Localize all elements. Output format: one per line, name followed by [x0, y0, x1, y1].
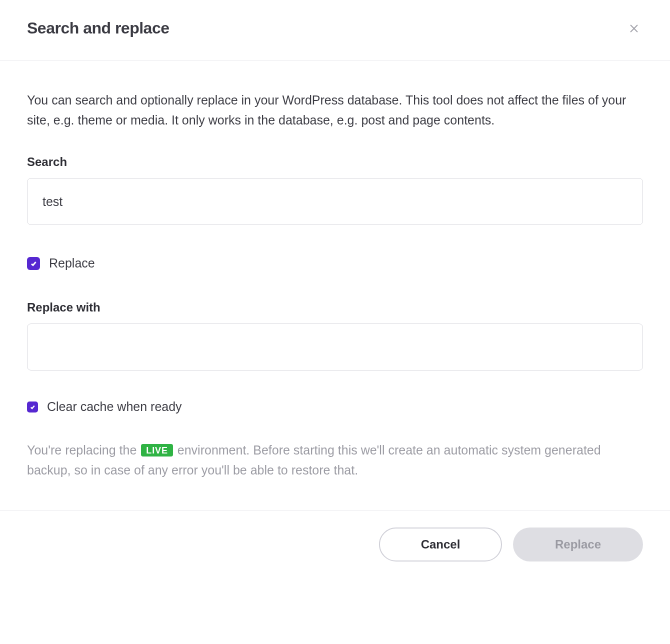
check-icon: [30, 260, 36, 266]
replace-checkbox-label: Replace: [49, 256, 95, 270]
search-label: Search: [27, 155, 643, 169]
replace-with-input[interactable]: [27, 324, 643, 370]
search-field-block: Search: [27, 155, 643, 225]
environment-warning-text: You're replacing the LIVE environment. B…: [27, 440, 643, 480]
replace-checkbox[interactable]: [27, 257, 40, 270]
search-input[interactable]: [27, 178, 643, 225]
check-icon: [30, 404, 35, 410]
clear-cache-checkbox-label: Clear cache when ready: [47, 400, 182, 414]
replace-button[interactable]: Replace: [513, 528, 643, 562]
close-button[interactable]: [625, 20, 643, 38]
clear-cache-checkbox[interactable]: [27, 402, 38, 412]
modal-title: Search and replace: [27, 19, 169, 38]
modal-header: Search and replace: [0, 0, 670, 61]
warning-pre: You're replacing the: [27, 443, 140, 457]
description-text: You can search and optionally replace in…: [27, 90, 643, 130]
modal-body: You can search and optionally replace in…: [0, 61, 670, 510]
replace-with-field-block: Replace with: [27, 300, 643, 370]
search-replace-modal: Search and replace You can search and op…: [0, 0, 670, 582]
replace-with-label: Replace with: [27, 300, 643, 314]
replace-checkbox-row: Replace: [27, 256, 643, 270]
live-badge: LIVE: [141, 444, 173, 456]
close-icon: [628, 23, 640, 34]
clear-cache-checkbox-row: Clear cache when ready: [27, 400, 643, 414]
modal-footer: Cancel Replace: [0, 510, 670, 582]
cancel-button[interactable]: Cancel: [379, 528, 502, 562]
